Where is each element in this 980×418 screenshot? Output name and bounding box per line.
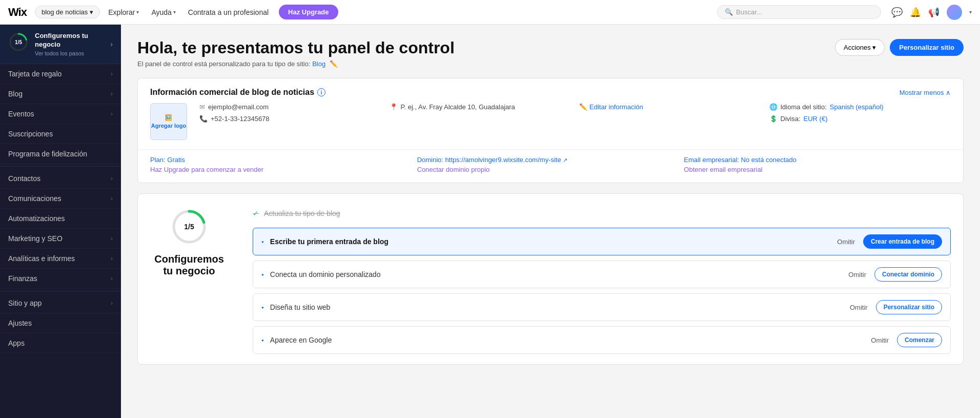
avatar[interactable] (947, 5, 962, 20)
edit-icon[interactable]: ✏️ (330, 60, 338, 68)
omitir-domain-button[interactable]: Omitir (844, 269, 870, 281)
bullet-icon: ● (261, 272, 264, 277)
plan-section: Plan: Gratis Haz Upgrade para comenzar a… (138, 149, 963, 183)
sidebar-item-finanzas[interactable]: Finanzas › (0, 269, 121, 289)
edit-info-link[interactable]: ✏️ Editar información (579, 103, 643, 111)
sidebar-item-comunicaciones[interactable]: Comunicaciones › (0, 189, 121, 209)
logo-icon: 🖼️ (165, 114, 172, 121)
omitir-design-button[interactable]: Omitir (846, 302, 872, 313)
sidebar-item-ajustes[interactable]: Ajustes (0, 313, 121, 333)
chevron-icon: › (111, 275, 113, 282)
bullet-icon: ● (261, 338, 264, 343)
search-bar[interactable]: 🔍 Buscar... (717, 5, 881, 19)
sidebar-setup-card[interactable]: 1/5 Configuremos tu negocio Ver todos lo… (0, 25, 121, 64)
avatar-chevron: ▾ (969, 9, 972, 15)
create-entry-button[interactable]: Crear entrada de blog (863, 234, 942, 249)
sidebar-item-contactos[interactable]: Contactos › (0, 169, 121, 189)
sidebar-item-marketing[interactable]: Marketing y SEO › (0, 229, 121, 249)
language-value[interactable]: Spanish (español) (830, 103, 884, 111)
business-info-grid: 🖼️ Agregar logo ✉ ejemplo@email.com 📞 +5… (138, 103, 963, 149)
task-row-domain: ● Conecta un dominio personalizado Omiti… (253, 261, 951, 288)
sidebar-item-apps[interactable]: Apps (0, 333, 121, 353)
phone-value: +52-1-33-12345678 (211, 115, 270, 123)
page-subtitle: El panel de control está personalizado p… (137, 60, 455, 68)
chevron-icon: › (111, 235, 113, 242)
personalize-site-button[interactable]: Personalizar sitio (876, 300, 942, 314)
globe-icon: 🌐 (769, 103, 778, 111)
sidebar-item-automatizaciones[interactable]: Automatizaciones (0, 209, 121, 229)
business-info-card: Información comercial de blog de noticia… (137, 78, 964, 183)
upgrade-button[interactable]: Haz Upgrade (279, 5, 338, 19)
sidebar-item-eventos[interactable]: Eventos › (0, 104, 121, 124)
info-icon[interactable]: i (317, 88, 325, 96)
site-name-pill[interactable]: blog de noticias ▾ (35, 6, 100, 18)
get-email-link[interactable]: Obtener email empresarial (684, 166, 938, 173)
upgrade-plan-link[interactable]: Haz Upgrade para comenzar a vender (150, 166, 405, 173)
task-row-blog: ● Escribe tu primera entrada de blog Omi… (253, 228, 951, 255)
email-biz-col: Email empresarial: No está conectado Obt… (684, 156, 951, 173)
ayuda-chevron: ▾ (173, 9, 176, 15)
logo-upload-box[interactable]: 🖼️ Agregar logo (150, 103, 187, 140)
business-card-header: Información comercial de blog de noticia… (138, 78, 963, 103)
setup-right: ✓ Actualiza tu tipo de blog ● Escribe tu… (240, 194, 963, 364)
omitir-blog-button[interactable]: Omitir (833, 236, 859, 248)
nav-explorar[interactable]: Explorar ▾ (104, 6, 143, 18)
plan-col: Plan: Gratis Haz Upgrade para comenzar a… (150, 156, 417, 173)
edit-field: ✏️ Editar información (579, 103, 761, 111)
currency-value[interactable]: EUR (€) (804, 115, 828, 123)
site-type-link[interactable]: Blog (312, 60, 325, 68)
domain-col: Dominio: https://amolvinger9.wixsite.com… (417, 156, 684, 173)
chat-icon[interactable]: 💬 (891, 7, 903, 18)
setup-progress-ring: 1/5 (171, 208, 208, 245)
language-label: Idioma del sitio: (781, 103, 827, 111)
task-row-design: ● Diseña tu sitio web Omitir Personaliza… (253, 293, 951, 321)
connect-domain-button[interactable]: Conectar dominio (874, 267, 942, 282)
sidebar-item-analiticas[interactable]: Analíticas e informes › (0, 249, 121, 269)
header-actions: Acciones ▾ Personalizar sitio (835, 39, 964, 56)
sidebar-setup-title: Configuremos tu negocio (35, 32, 104, 49)
show-less-button[interactable]: Mostrar menos ∧ (900, 89, 951, 96)
currency-label: Divisa: (781, 115, 801, 123)
email-value: ejemplo@email.com (208, 103, 269, 111)
chevron-icon: › (111, 255, 113, 262)
nav-icons: 💬 🔔 📢 ▾ (891, 5, 972, 20)
business-card-title: Información comercial de blog de noticia… (150, 88, 325, 97)
connect-domain-link[interactable]: Conectar dominio propio (417, 166, 672, 173)
bullet-icon: ● (261, 240, 264, 244)
sidebar-progress-ring: 1/5 (8, 32, 29, 52)
language-section: 🌐 Idioma del sitio: Spanish (español) 💲 … (769, 103, 951, 123)
megaphone-icon[interactable]: 📢 (928, 7, 940, 18)
external-link-icon: ↗ (563, 157, 567, 163)
personalize-button[interactable]: Personalizar sitio (890, 39, 964, 56)
comenzar-button[interactable]: Comenzar (897, 333, 942, 347)
setup-main-title: Configuremos tu negocio (150, 253, 228, 277)
nav-contrata[interactable]: Contrata a un profesional (184, 6, 273, 18)
sidebar-item-blog[interactable]: Blog › (0, 84, 121, 104)
sidebar-item-fidelizacion[interactable]: Programa de fidelización (0, 144, 121, 164)
chevron-icon: › (111, 70, 113, 77)
omitir-google-button[interactable]: Omitir (867, 334, 893, 346)
top-nav: Wix blog de noticias ▾ Explorar ▾ Ayuda … (0, 0, 980, 25)
sidebar: 1/5 Configuremos tu negocio Ver todos lo… (0, 25, 121, 418)
task-row-google: ● Aparece en Google Omitir Comenzar (253, 326, 951, 354)
domain-link[interactable]: https://amolvinger9.wixsite.com/my-site (445, 156, 561, 164)
bell-icon[interactable]: 🔔 (910, 7, 921, 18)
sidebar-setup-subtitle: Ver todos los pasos (35, 50, 104, 56)
sidebar-item-tarjeta[interactable]: Tarjeta de regalo › (0, 64, 121, 84)
explorar-chevron: ▾ (136, 9, 139, 15)
setup-left: 1/5 Configuremos tu negocio (138, 194, 240, 364)
site-name-chevron: ▾ (90, 8, 93, 16)
phone-icon: 📞 (199, 115, 208, 123)
search-placeholder: Buscar... (736, 8, 762, 16)
sidebar-item-sitio[interactable]: Sitio y app › (0, 293, 121, 313)
address-value: P. ej., Av. Fray Alcalde 10, Guadalajara (401, 103, 515, 111)
site-name-label: blog de noticias (42, 8, 88, 16)
nav-ayuda[interactable]: Ayuda ▾ (147, 6, 179, 18)
edit-pen-icon: ✏️ (579, 103, 587, 111)
page-header: Hola, te presentamos tu panel de control… (137, 39, 964, 68)
chevron-icon: › (111, 195, 113, 202)
setup-section-card: 1/5 Configuremos tu negocio ✓ Actualiza … (137, 193, 964, 365)
actions-button[interactable]: Acciones ▾ (835, 39, 885, 56)
chevron-icon: › (111, 110, 113, 117)
sidebar-item-suscripciones[interactable]: Suscripciones (0, 124, 121, 144)
